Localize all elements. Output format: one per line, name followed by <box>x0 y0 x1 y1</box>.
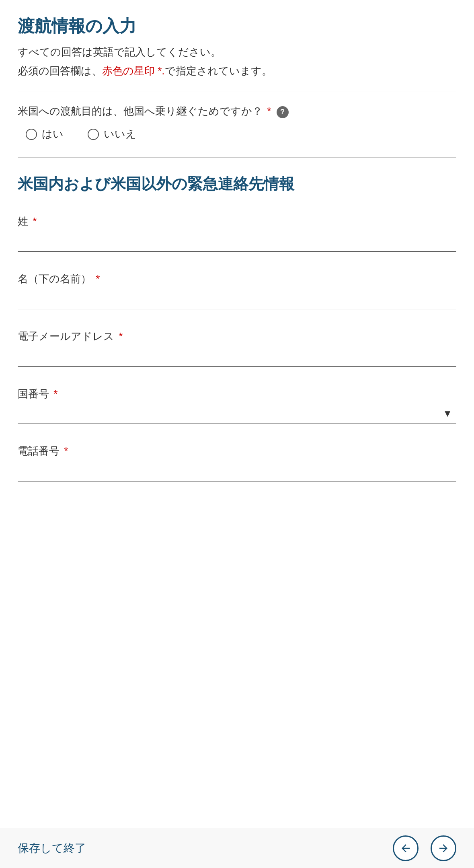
back-button[interactable] <box>393 835 419 861</box>
country-code-select[interactable]: +1 (US) +81 (Japan) <box>18 405 456 424</box>
first-name-required: * <box>93 273 100 285</box>
transit-question-text: 米国への渡航目的は、他国へ乗り継ぐためですか？ <box>18 105 263 117</box>
first-name-input[interactable] <box>18 290 456 309</box>
transit-question-section: 米国への渡航目的は、他国へ乗り継ぐためですか？ * ? はい いいえ <box>18 103 456 141</box>
last-name-label: 姓 * <box>18 214 456 228</box>
transit-yes-radio[interactable] <box>26 129 37 140</box>
required-note-middle: 赤色の星印 *. <box>102 65 165 77</box>
first-name-label-text: 名（下の名前） <box>18 273 91 285</box>
transit-yes-label: はい <box>42 127 64 141</box>
email-label-text: 電子メールアドレス <box>18 330 114 342</box>
transit-radio-group: はい いいえ <box>18 127 456 141</box>
last-name-field: 姓 * <box>18 214 456 252</box>
footer-bar: 保存して終了 <box>0 828 474 868</box>
last-name-label-text: 姓 <box>18 215 28 227</box>
transit-yes-option[interactable]: はい <box>26 127 64 141</box>
phone-field: 電話番号 * <box>18 444 456 481</box>
transit-required-star: * <box>264 105 271 117</box>
next-circle <box>431 835 456 861</box>
required-note: 必須の回答欄は、赤色の星印 *.で指定されています。 <box>18 63 456 79</box>
help-icon[interactable]: ? <box>277 106 289 118</box>
country-code-label-text: 国番号 <box>18 388 49 400</box>
required-note-prefix: 必須の回答欄は、 <box>18 65 102 77</box>
phone-label-text: 電話番号 <box>18 445 60 457</box>
email-required: * <box>116 330 123 342</box>
phone-label: 電話番号 * <box>18 444 456 458</box>
phone-required: * <box>61 445 68 457</box>
page-title: 渡航情報の入力 <box>18 16 456 36</box>
email-field: 電子メールアドレス * <box>18 329 456 367</box>
transit-no-option[interactable]: いいえ <box>88 127 136 141</box>
save-exit-button[interactable]: 保存して終了 <box>18 837 86 860</box>
footer-nav-buttons <box>393 835 456 861</box>
emergency-section-title: 米国内および米国以外の緊急連絡先情報 <box>18 174 456 194</box>
required-note-suffix: で指定されています。 <box>165 65 272 77</box>
phone-input[interactable] <box>18 462 456 481</box>
transit-question-label: 米国への渡航目的は、他国へ乗り継ぐためですか？ * ? <box>18 103 456 119</box>
back-arrow-icon <box>400 842 412 854</box>
transit-no-radio[interactable] <box>88 129 99 140</box>
last-name-input[interactable] <box>18 232 456 252</box>
page-container: 渡航情報の入力 すべての回答は英語で記入してください。 必須の回答欄は、赤色の星… <box>0 0 474 550</box>
transit-no-label: いいえ <box>104 127 136 141</box>
instruction-text: すべての回答は英語で記入してください。 <box>18 44 456 60</box>
next-arrow-icon <box>437 842 449 854</box>
email-label: 電子メールアドレス * <box>18 329 456 343</box>
top-divider <box>18 91 456 91</box>
first-name-field: 名（下の名前） * <box>18 272 456 309</box>
next-button[interactable] <box>431 835 456 861</box>
country-code-required: * <box>51 388 57 400</box>
country-code-label: 国番号 * <box>18 387 456 401</box>
back-circle <box>393 835 419 861</box>
email-input[interactable] <box>18 348 456 367</box>
section-divider <box>18 157 456 158</box>
first-name-label: 名（下の名前） * <box>18 272 456 286</box>
country-code-field: 国番号 * +1 (US) +81 (Japan) ▼ <box>18 387 456 424</box>
last-name-required: * <box>30 215 37 227</box>
